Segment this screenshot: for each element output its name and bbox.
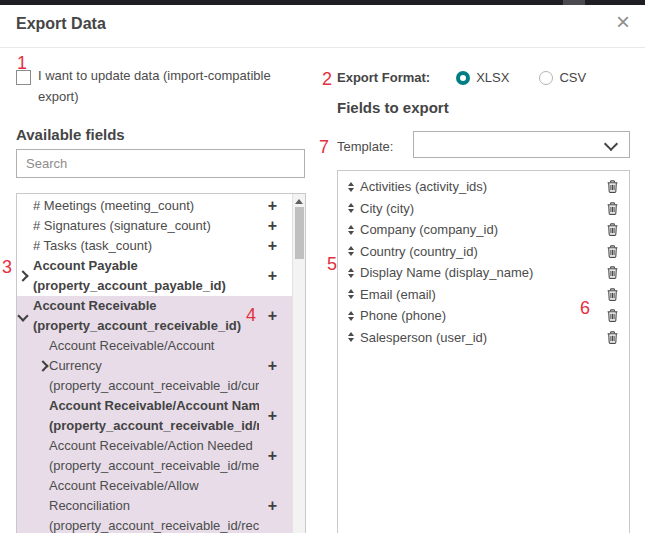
search-input[interactable] bbox=[16, 149, 305, 178]
expand-caret-icon[interactable] bbox=[37, 360, 48, 371]
sort-up-triangle bbox=[348, 203, 354, 207]
update-data-label: I want to update data (import-compatible… bbox=[38, 65, 283, 107]
available-field-row[interactable]: Account Receivable/AllowReconciliation(p… bbox=[17, 476, 305, 533]
add-field-icon[interactable]: + bbox=[268, 408, 277, 424]
sort-up-triangle bbox=[348, 268, 354, 272]
chevron-down-icon bbox=[604, 137, 618, 151]
sort-handle-icon[interactable] bbox=[348, 268, 354, 278]
field-label-line: (property_account_receivable_id) bbox=[33, 316, 259, 336]
close-icon[interactable]: × bbox=[616, 10, 630, 34]
export-field-label: Email (email) bbox=[360, 287, 607, 302]
scrollbar-thumb[interactable] bbox=[295, 207, 304, 259]
add-field-icon[interactable]: + bbox=[268, 218, 277, 234]
annotation-1: 1 bbox=[17, 54, 27, 72]
radio-label: XLSX bbox=[476, 70, 509, 85]
field-label-line: # Signatures (signature_count) bbox=[33, 216, 259, 236]
radio-icon[interactable] bbox=[456, 71, 470, 85]
update-data-option[interactable]: I want to update data (import-compatible… bbox=[16, 65, 288, 107]
radio-label: CSV bbox=[559, 70, 586, 85]
add-field-icon[interactable]: + bbox=[268, 358, 277, 374]
available-field-row[interactable]: Account Receivable/AccountCurrency(prope… bbox=[17, 336, 305, 396]
radio-option-csv[interactable]: CSV bbox=[539, 70, 586, 85]
fields-to-export-list: Activities (activity_ids)City (city)Comp… bbox=[337, 170, 630, 533]
available-field-row[interactable]: Account Receivable/Action Needed(propert… bbox=[17, 436, 305, 476]
available-field-row[interactable]: # Meetings (meeting_count)+ bbox=[17, 196, 305, 216]
trash-icon[interactable] bbox=[607, 223, 618, 236]
available-field-row[interactable]: Account Payable(property_account_payable… bbox=[17, 256, 305, 296]
expand-caret-icon[interactable] bbox=[17, 270, 28, 281]
available-field-row[interactable]: # Tasks (task_count)+ bbox=[17, 236, 305, 256]
annotation-7: 7 bbox=[319, 138, 329, 156]
sort-down-triangle bbox=[348, 252, 354, 256]
trash-icon[interactable] bbox=[607, 266, 618, 279]
add-field-icon[interactable]: + bbox=[268, 498, 277, 514]
template-select[interactable] bbox=[413, 131, 630, 158]
sort-up-triangle bbox=[348, 311, 354, 315]
field-label-line: (property_account_receivable_id/me bbox=[49, 456, 259, 476]
field-label-line: Account Receivable/Account Name bbox=[49, 396, 259, 416]
field-label-line: (property_account_receivable_id/nai bbox=[49, 416, 259, 436]
export-field-label: Country (country_id) bbox=[360, 244, 607, 259]
field-label-line: Account Payable bbox=[33, 256, 259, 276]
trash-icon[interactable] bbox=[607, 245, 618, 258]
trash-icon[interactable] bbox=[607, 288, 618, 301]
trash-icon[interactable] bbox=[607, 309, 618, 322]
scrollbar-up-arrow-icon[interactable] bbox=[295, 199, 303, 204]
field-label-line: # Tasks (task_count) bbox=[33, 236, 259, 256]
field-label-line: (property_account_payable_id) bbox=[33, 276, 259, 296]
collapse-caret-icon[interactable] bbox=[17, 310, 28, 321]
export-field-row[interactable]: Display Name (display_name) bbox=[338, 262, 629, 284]
export-field-label: Activities (activity_ids) bbox=[360, 179, 607, 194]
template-label: Template: bbox=[337, 139, 393, 154]
export-field-row[interactable]: Company (company_id) bbox=[338, 219, 629, 241]
sort-handle-icon[interactable] bbox=[348, 182, 354, 192]
export-field-row[interactable]: Activities (activity_ids) bbox=[338, 176, 629, 198]
annotation-2: 2 bbox=[322, 70, 332, 88]
sort-up-triangle bbox=[348, 289, 354, 293]
radio-icon[interactable] bbox=[539, 71, 553, 85]
trash-icon[interactable] bbox=[607, 180, 618, 193]
export-field-label: Salesperson (user_id) bbox=[360, 330, 607, 345]
trash-icon[interactable] bbox=[607, 331, 618, 344]
export-field-row[interactable]: City (city) bbox=[338, 198, 629, 220]
annotation-4: 4 bbox=[246, 306, 256, 324]
trash-icon[interactable] bbox=[607, 202, 618, 215]
available-fields-heading: Available fields bbox=[16, 126, 125, 143]
field-label-line: Account Receivable/Allow bbox=[49, 476, 259, 496]
export-field-label: City (city) bbox=[360, 201, 607, 216]
export-field-label: Company (company_id) bbox=[360, 222, 607, 237]
sort-up-triangle bbox=[348, 246, 354, 250]
add-field-icon[interactable]: + bbox=[268, 308, 277, 324]
field-label-line: # Meetings (meeting_count) bbox=[33, 196, 259, 216]
add-field-icon[interactable]: + bbox=[268, 238, 277, 254]
header-divider bbox=[0, 47, 645, 48]
export-field-row[interactable]: Salesperson (user_id) bbox=[338, 327, 629, 349]
radio-option-xlsx[interactable]: XLSX bbox=[456, 70, 509, 85]
sort-up-triangle bbox=[348, 182, 354, 186]
export-field-label: Phone (phone) bbox=[360, 308, 607, 323]
field-label-line: (property_account_receivable_id/curr bbox=[49, 376, 259, 396]
sort-handle-icon[interactable] bbox=[348, 289, 354, 299]
sort-handle-icon[interactable] bbox=[348, 225, 354, 235]
sort-down-triangle bbox=[348, 209, 354, 213]
sort-handle-icon[interactable] bbox=[348, 311, 354, 321]
add-field-icon[interactable]: + bbox=[268, 268, 277, 284]
sort-handle-icon[interactable] bbox=[348, 203, 354, 213]
available-field-row[interactable]: # Signatures (signature_count)+ bbox=[17, 216, 305, 236]
export-field-row[interactable]: Country (country_id) bbox=[338, 241, 629, 263]
sort-handle-icon[interactable] bbox=[348, 332, 354, 342]
available-field-row[interactable]: Account Receivable(property_account_rece… bbox=[17, 296, 305, 336]
sort-down-triangle bbox=[348, 317, 354, 321]
add-field-icon[interactable]: + bbox=[268, 198, 277, 214]
sort-handle-icon[interactable] bbox=[348, 246, 354, 256]
add-field-icon[interactable]: + bbox=[268, 448, 277, 464]
sort-down-triangle bbox=[348, 338, 354, 342]
scrollbar[interactable] bbox=[292, 194, 305, 533]
available-field-row[interactable]: Account Receivable/Account Name(property… bbox=[17, 396, 305, 436]
field-label-line: (property_account_receivable_id/rec bbox=[49, 516, 259, 533]
fields-to-export-heading: Fields to export bbox=[337, 99, 449, 116]
annotation-6: 6 bbox=[580, 299, 590, 317]
export-field-label: Display Name (display_name) bbox=[360, 265, 607, 280]
sort-down-triangle bbox=[348, 188, 354, 192]
field-label-line: Account Receivable/Action Needed bbox=[49, 436, 259, 456]
